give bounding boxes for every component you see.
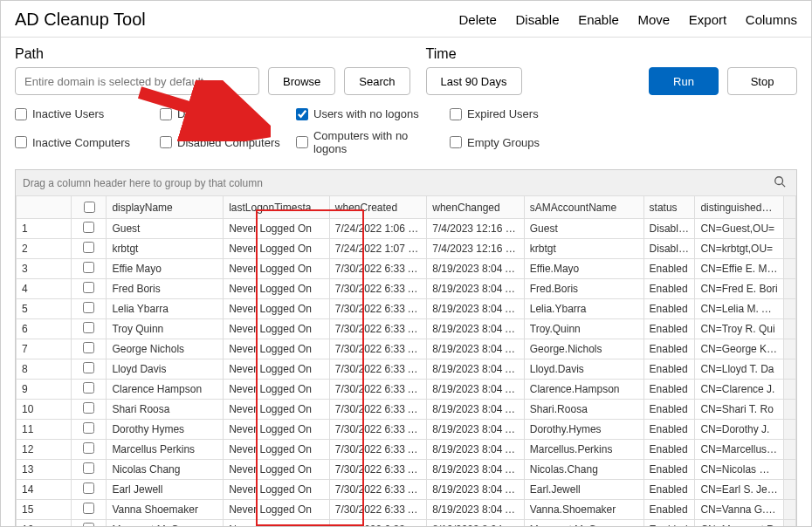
- scroll-gutter: [783, 339, 795, 359]
- row-number: 2: [17, 239, 72, 259]
- displayname-header[interactable]: displayName: [107, 196, 224, 219]
- table-row[interactable]: 13Nicolas ChangNever Logged On7/30/2022 …: [17, 460, 796, 480]
- row-checkbox[interactable]: [83, 382, 94, 394]
- enable-action[interactable]: Enable: [578, 12, 619, 27]
- row-checkbox[interactable]: [83, 442, 94, 454]
- move-action[interactable]: Move: [638, 12, 671, 27]
- row-checkbox[interactable]: [83, 503, 94, 514]
- table-row[interactable]: 8Lloyd DavisNever Logged On7/30/2022 6:3…: [17, 359, 796, 380]
- scroll-gutter[interactable]: [783, 239, 795, 259]
- disabled-users-checkbox[interactable]: Disabled Users: [160, 107, 291, 120]
- whenchanged-header[interactable]: whenChanged: [427, 196, 524, 219]
- table-row[interactable]: 5Lelia YbarraNever Logged On7/30/2022 6:…: [17, 299, 796, 319]
- table-row[interactable]: 9Clarence HampsonNever Logged On7/30/202…: [17, 380, 796, 400]
- run-button[interactable]: Run: [649, 67, 719, 95]
- inactive-users-checkbox[interactable]: Inactive Users: [15, 107, 155, 120]
- row-checkbox[interactable]: [83, 362, 94, 373]
- table-row[interactable]: 12Marcellus PerkinsNever Logged On7/30/2…: [17, 440, 796, 460]
- stop-button[interactable]: Stop: [727, 67, 797, 95]
- displayname-cell: Shari Roosa: [107, 400, 224, 420]
- controls-panel: Path Browse Search Time Last 90 Days Run…: [1, 38, 811, 159]
- row-checkbox-cell[interactable]: [71, 500, 107, 520]
- inactive-computers-checkbox[interactable]: Inactive Computers: [15, 129, 155, 155]
- row-checkbox-cell[interactable]: [71, 420, 107, 440]
- row-checkbox[interactable]: [83, 242, 94, 253]
- row-checkbox[interactable]: [83, 342, 94, 353]
- row-checkbox[interactable]: [83, 462, 94, 474]
- row-checkbox[interactable]: [83, 302, 94, 313]
- table-row[interactable]: 1GuestNever Logged On7/24/2022 1:06 PM7/…: [17, 219, 796, 239]
- disable-action[interactable]: Disable: [516, 12, 560, 27]
- empty-groups-checkbox[interactable]: Empty Groups: [450, 129, 572, 155]
- row-checkbox-cell[interactable]: [71, 239, 107, 259]
- table-row[interactable]: 15Vanna ShoemakerNever Logged On7/30/202…: [17, 500, 796, 520]
- app-title: AD Cleanup Tool: [15, 10, 146, 30]
- columns-action[interactable]: Columns: [746, 12, 797, 27]
- lastlogontimestamp-header[interactable]: lastLogonTimestamp: [224, 196, 330, 219]
- row-checkbox[interactable]: [83, 422, 94, 434]
- expired-users-checkbox[interactable]: Expired Users: [450, 107, 572, 120]
- sam-cell: Lloyd.Davis: [524, 359, 643, 380]
- row-number: 15: [17, 500, 72, 520]
- table-row[interactable]: 16Margaret McGowanNever Logged On7/30/20…: [17, 520, 796, 528]
- table-row[interactable]: 3Effie MayoNever Logged On7/30/2022 6:33…: [17, 259, 796, 279]
- table-row[interactable]: 6Troy QuinnNever Logged On7/30/2022 6:33…: [17, 319, 796, 339]
- lastlogon-cell: Never Logged On: [224, 480, 330, 500]
- users-no-logons-checkbox[interactable]: Users with no logons: [296, 107, 444, 120]
- status-cell: Enabled: [643, 420, 695, 440]
- table-row[interactable]: 7George NicholsNever Logged On7/30/2022 …: [17, 339, 796, 359]
- dn-cell: CN=George K. N: [695, 339, 783, 359]
- whencreated-header[interactable]: whenCreated: [329, 196, 426, 219]
- select-all-checkbox[interactable]: [84, 202, 95, 213]
- export-action[interactable]: Export: [689, 12, 726, 27]
- scroll-gutter[interactable]: [783, 219, 795, 239]
- dn-cell: CN=Clarence J.: [695, 380, 783, 400]
- row-checkbox-cell[interactable]: [71, 219, 107, 239]
- row-checkbox-cell[interactable]: [71, 259, 107, 279]
- table-row[interactable]: 4Fred BorisNever Logged On7/30/2022 6:33…: [17, 279, 796, 299]
- dn-cell: CN=Shari T. Ro: [695, 400, 783, 420]
- row-checkbox-cell[interactable]: [71, 339, 107, 359]
- row-number-header[interactable]: [17, 196, 72, 219]
- row-checkbox-cell[interactable]: [71, 460, 107, 480]
- row-checkbox-cell[interactable]: [71, 380, 107, 400]
- row-checkbox[interactable]: [83, 402, 94, 414]
- row-checkbox[interactable]: [83, 222, 94, 233]
- row-checkbox[interactable]: [83, 523, 94, 527]
- scroll-gutter: [783, 520, 795, 528]
- row-checkbox-cell[interactable]: [71, 400, 107, 420]
- delete-action[interactable]: Delete: [459, 12, 497, 27]
- lastlogon-cell: Never Logged On: [224, 299, 330, 319]
- browse-button[interactable]: Browse: [268, 67, 335, 95]
- row-checkbox-cell[interactable]: [71, 480, 107, 500]
- table-row[interactable]: 2krbtgtNever Logged On7/24/2022 1:07 PM7…: [17, 239, 796, 259]
- row-checkbox-cell[interactable]: [71, 299, 107, 319]
- table-row[interactable]: 11Dorothy HymesNever Logged On7/30/2022 …: [17, 420, 796, 440]
- search-icon[interactable]: [770, 175, 789, 190]
- sam-cell: Guest: [524, 219, 643, 239]
- path-input[interactable]: [15, 67, 259, 95]
- whencreated-cell: 7/30/2022 6:33 AM: [329, 299, 426, 319]
- row-checkbox-cell[interactable]: [71, 440, 107, 460]
- row-checkbox-cell[interactable]: [71, 279, 107, 299]
- table-row[interactable]: 14Earl JewellNever Logged On7/30/2022 6:…: [17, 480, 796, 500]
- row-checkbox-cell[interactable]: [71, 319, 107, 339]
- table-row[interactable]: 10Shari RoosaNever Logged On7/30/2022 6:…: [17, 400, 796, 420]
- samaccountname-header[interactable]: sAMAccountName: [524, 196, 643, 219]
- select-all-header[interactable]: [71, 196, 107, 219]
- distinguishedname-header[interactable]: distinguishedName: [695, 196, 783, 219]
- row-checkbox[interactable]: [83, 282, 94, 293]
- scroll-gutter: [783, 500, 795, 520]
- time-range-button[interactable]: Last 90 Days: [426, 67, 522, 95]
- status-header[interactable]: status: [643, 196, 695, 219]
- row-checkbox-cell[interactable]: [71, 359, 107, 380]
- displayname-cell: Clarence Hampson: [107, 380, 224, 400]
- search-button[interactable]: Search: [344, 67, 409, 95]
- disabled-computers-checkbox[interactable]: Disabled Computers: [160, 129, 291, 155]
- row-checkbox[interactable]: [83, 262, 94, 273]
- computers-no-logons-checkbox[interactable]: Computers with no logons: [296, 129, 444, 155]
- group-by-bar[interactable]: Drag a column header here to group by th…: [16, 170, 796, 195]
- row-checkbox[interactable]: [83, 322, 94, 333]
- row-checkbox[interactable]: [83, 483, 94, 494]
- row-checkbox-cell[interactable]: [71, 520, 107, 528]
